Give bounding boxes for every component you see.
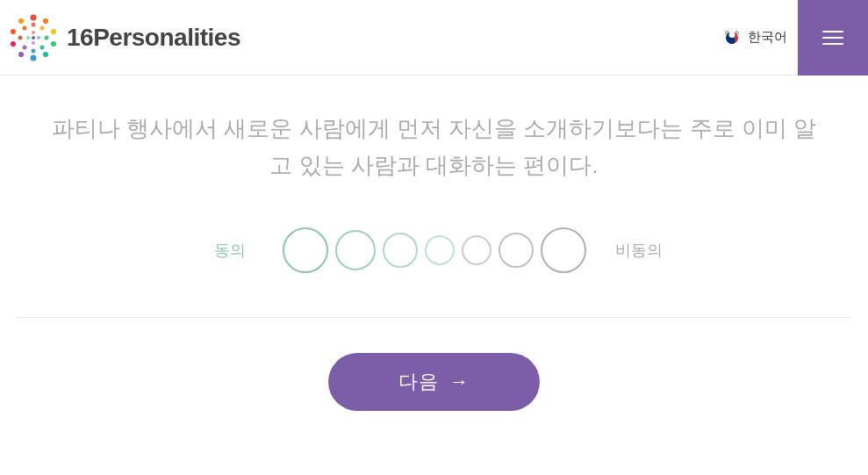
header-right: 한국어 bbox=[711, 0, 868, 75]
radio-option-1[interactable] bbox=[283, 227, 328, 273]
logo-text: 16Personalities bbox=[67, 24, 240, 52]
logo-icon bbox=[9, 13, 58, 62]
svg-point-14 bbox=[32, 48, 36, 53]
radio-group bbox=[283, 227, 586, 273]
svg-point-5 bbox=[31, 54, 37, 61]
language-label: 한국어 bbox=[748, 29, 787, 46]
logo[interactable]: 16Personalities bbox=[9, 13, 240, 62]
question-text: 파티나 행사에서 새로운 사람에게 먼저 자신을 소개하기보다는 주로 이미 알… bbox=[18, 111, 850, 184]
svg-point-10 bbox=[32, 22, 36, 26]
svg-point-11 bbox=[40, 25, 45, 30]
svg-point-7 bbox=[11, 41, 16, 47]
svg-point-18 bbox=[32, 31, 35, 34]
svg-point-12 bbox=[45, 35, 49, 40]
header: 16Personalities 한국어 bbox=[0, 0, 868, 76]
radio-option-6[interactable] bbox=[499, 233, 534, 268]
svg-point-0 bbox=[31, 14, 37, 20]
agree-label: 동의 bbox=[195, 240, 265, 261]
svg-point-20 bbox=[32, 41, 35, 45]
svg-point-3 bbox=[51, 41, 56, 47]
divider bbox=[18, 317, 850, 318]
radio-option-3[interactable] bbox=[383, 233, 418, 268]
menu-button[interactable] bbox=[798, 0, 868, 76]
hamburger-icon bbox=[822, 31, 843, 45]
svg-point-16 bbox=[18, 35, 23, 40]
svg-point-6 bbox=[18, 52, 24, 57]
svg-point-4 bbox=[43, 52, 48, 57]
next-button-label: 다음 bbox=[398, 369, 439, 395]
radio-option-2[interactable] bbox=[335, 230, 376, 270]
next-arrow-icon: → bbox=[449, 371, 470, 393]
radio-option-4[interactable] bbox=[425, 235, 455, 265]
radio-option-5[interactable] bbox=[462, 235, 491, 265]
next-button[interactable]: 다음 → bbox=[328, 353, 540, 411]
svg-point-19 bbox=[37, 36, 40, 40]
svg-point-21 bbox=[26, 36, 30, 40]
next-button-container: 다음 → bbox=[18, 353, 850, 411]
disagree-label: 비동의 bbox=[604, 240, 674, 261]
svg-point-1 bbox=[43, 18, 48, 24]
radio-option-7[interactable] bbox=[541, 227, 586, 273]
svg-point-15 bbox=[23, 45, 27, 49]
flag-icon bbox=[721, 27, 742, 48]
svg-point-22 bbox=[32, 36, 35, 40]
svg-point-13 bbox=[40, 45, 45, 49]
main-content: 파티나 행사에서 새로운 사람에게 먼저 자신을 소개하기보다는 주로 이미 알… bbox=[0, 76, 868, 472]
scale-container: 동의 비동의 bbox=[18, 227, 850, 273]
svg-point-2 bbox=[51, 29, 56, 34]
svg-point-17 bbox=[23, 25, 27, 30]
svg-point-8 bbox=[11, 29, 16, 34]
svg-point-9 bbox=[18, 18, 24, 24]
language-button[interactable]: 한국어 bbox=[711, 22, 798, 54]
